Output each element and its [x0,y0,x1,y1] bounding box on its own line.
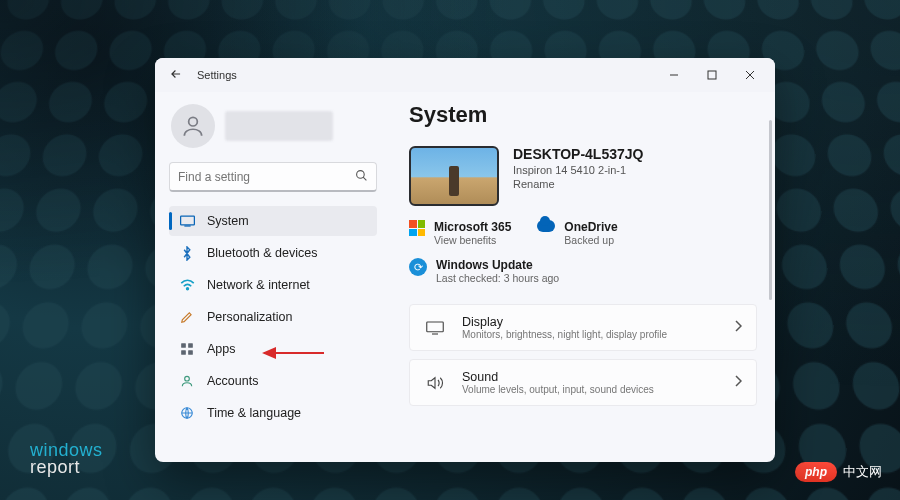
svg-rect-14 [427,322,444,332]
svg-point-3 [357,170,365,178]
svg-rect-8 [181,343,186,348]
window-title: Settings [197,69,237,81]
search-box[interactable] [169,162,377,192]
maximize-button[interactable] [693,61,731,89]
device-block[interactable]: DESKTOP-4L537JQ Inspiron 14 5410 2-in-1 … [409,146,757,206]
user-account-row[interactable] [169,100,377,162]
sidebar-item-accounts[interactable]: Accounts [169,366,377,396]
sidebar-item-label: Personalization [207,310,292,324]
avatar [171,104,215,148]
svg-rect-6 [184,225,190,226]
network-icon [179,277,195,293]
svg-rect-5 [180,216,194,225]
svg-point-12 [185,376,190,381]
svg-rect-9 [188,343,193,348]
sidebar-item-label: Time & language [207,406,301,420]
back-button[interactable] [169,67,183,84]
sidebar-nav: System Bluetooth & devices Network & int… [169,206,377,428]
search-input[interactable] [178,170,355,184]
bluetooth-icon [179,245,195,261]
system-icon [179,213,195,229]
accounts-icon [179,373,195,389]
card-sound[interactable]: Sound Volume levels, output, input, soun… [409,359,757,406]
sidebar-item-bluetooth[interactable]: Bluetooth & devices [169,238,377,268]
rename-link[interactable]: Rename [513,178,643,190]
sidebar-item-label: Network & internet [207,278,310,292]
status-onedrive[interactable]: OneDrive Backed up [537,220,617,246]
onedrive-icon [537,220,555,232]
sidebar-item-label: Apps [207,342,236,356]
search-icon [355,169,368,185]
sound-icon [424,376,446,390]
device-name: DESKTOP-4L537JQ [513,146,643,162]
card-display[interactable]: Display Monitors, brightness, night ligh… [409,304,757,351]
time-language-icon [179,405,195,421]
microsoft-icon [409,220,425,236]
status-windows-update[interactable]: ⟳ Windows Update Last checked: 3 hours a… [409,258,559,284]
chevron-right-icon [734,320,742,335]
svg-rect-11 [188,350,193,355]
sidebar-item-system[interactable]: System [169,206,377,236]
watermark-php: php 中文网 [795,462,882,482]
sidebar-item-network[interactable]: Network & internet [169,270,377,300]
sidebar: System Bluetooth & devices Network & int… [155,92,391,462]
minimize-button[interactable] [655,61,693,89]
user-name-redacted [225,111,333,141]
sidebar-item-time-language[interactable]: Time & language [169,398,377,428]
device-thumbnail [409,146,499,206]
personalization-icon [179,309,195,325]
titlebar: Settings [155,58,775,92]
windows-update-icon: ⟳ [409,258,427,276]
sidebar-item-label: Accounts [207,374,258,388]
settings-window: Settings [155,58,775,462]
svg-point-7 [186,288,188,290]
svg-rect-1 [708,71,716,79]
display-icon [424,321,446,335]
chevron-right-icon [734,375,742,390]
svg-rect-10 [181,350,186,355]
svg-line-4 [363,177,366,180]
device-model: Inspiron 14 5410 2-in-1 [513,164,643,176]
status-microsoft365[interactable]: Microsoft 365 View benefits [409,220,511,246]
apps-icon [179,341,195,357]
page-title: System [409,102,757,128]
scrollbar[interactable] [769,120,772,300]
watermark-windowsreport: windows report [30,442,103,476]
close-button[interactable] [731,61,769,89]
main-panel: System DESKTOP-4L537JQ Inspiron 14 5410 … [391,92,775,462]
sidebar-item-label: Bluetooth & devices [207,246,318,260]
sidebar-item-personalization[interactable]: Personalization [169,302,377,332]
svg-point-2 [189,117,198,126]
sidebar-item-label: System [207,214,249,228]
sidebar-item-apps[interactable]: Apps [169,334,377,364]
